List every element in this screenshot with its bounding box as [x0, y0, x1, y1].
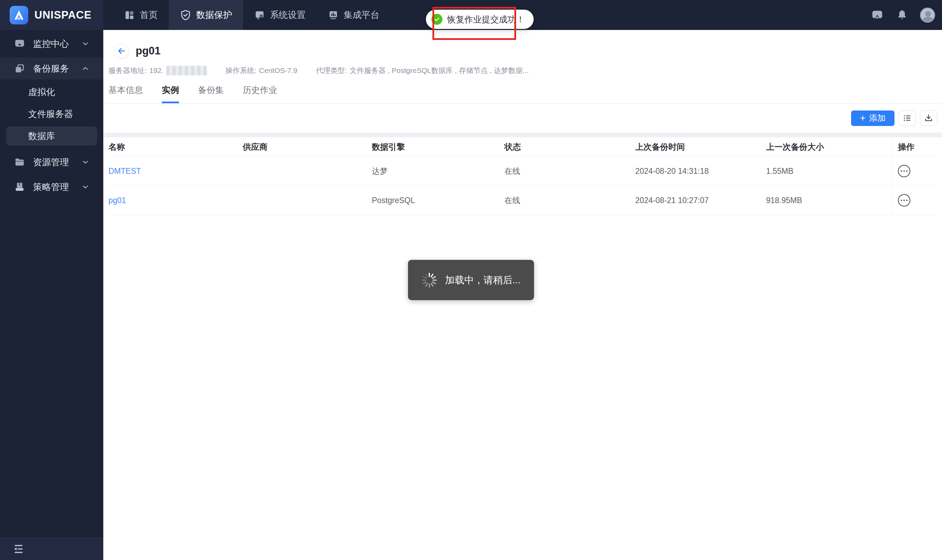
toast-message: 恢复作业提交成功！: [447, 14, 525, 25]
dot: [904, 200, 905, 202]
sidebar-subitem-virtualization[interactable]: 虚拟化: [0, 82, 103, 102]
plus-icon: +: [860, 113, 865, 123]
unispace-logo-icon: [10, 6, 28, 25]
user-avatar[interactable]: [920, 8, 935, 23]
server-address-label: 服务器地址:: [108, 66, 147, 75]
tab-backup-sets[interactable]: 备份集: [198, 84, 224, 103]
cell-engine: 达梦: [372, 157, 504, 186]
sidebar-subitem-file-server[interactable]: 文件服务器: [0, 104, 103, 123]
main-nav: 首页 数据保护 系统设置: [113, 0, 391, 30]
col-header-engine: 数据引擎: [372, 137, 504, 156]
shield-check-icon: [180, 9, 191, 21]
back-button[interactable]: [114, 44, 129, 58]
home-icon: [124, 10, 135, 21]
add-button-label: 添加: [869, 112, 885, 123]
dot: [901, 170, 902, 172]
sidebar: 监控中心 备份服务 虚拟化 文件服务器 数据库: [0, 30, 103, 560]
avatar-head: [925, 11, 931, 17]
sidebar-subitem-database[interactable]: 数据库: [6, 126, 97, 146]
messages-button[interactable]: [870, 8, 884, 22]
col-header-last-backup-time: 上次备份时间: [635, 137, 766, 156]
add-button[interactable]: + 添加: [851, 111, 894, 126]
row-operations-button[interactable]: [898, 194, 910, 206]
dot: [904, 170, 905, 172]
sidebar-item-label: 备份服务: [33, 63, 69, 75]
col-header-name: 名称: [108, 137, 243, 156]
table-row: DMTEST 达梦 在线 2024-08-20 14:31:18 1.55MB: [108, 157, 937, 186]
policy-book-icon: [14, 181, 26, 193]
nav-item-home[interactable]: 首页: [113, 0, 169, 30]
os-value: CentOS-7.9: [259, 66, 297, 75]
page-header: pg01 服务器地址: 192. 操作系统: CentOS-7.9 代理类型: …: [103, 30, 942, 75]
server-info-row: 服务器地址: 192. 操作系统: CentOS-7.9 代理类型: 文件服务器…: [108, 66, 942, 75]
chevron-down-icon: [81, 183, 89, 191]
instance-link[interactable]: DMTEST: [108, 166, 141, 176]
cell-status: 在线: [504, 157, 635, 186]
sidebar-subitem-label: 文件服务器: [28, 108, 73, 120]
sidebar-item-backup-services[interactable]: 备份服务: [0, 57, 103, 80]
chevron-down-icon: [81, 40, 89, 48]
sidebar-item-label: 策略管理: [33, 181, 69, 193]
logo-area: UNISPACE: [0, 0, 103, 30]
dot: [901, 200, 902, 202]
chat-bubble-icon: [871, 9, 884, 22]
monitoring-icon: [14, 38, 26, 49]
sidebar-menu: 监控中心 备份服务 虚拟化 文件服务器 数据库: [0, 30, 103, 198]
chevron-up-icon: [81, 65, 89, 72]
table-row: pg01 PostgreSQL 在线 2024-08-21 10:27:07 9…: [108, 186, 937, 215]
row-operations-button[interactable]: [898, 165, 910, 177]
nav-item-label: 数据保护: [196, 9, 232, 21]
tab-instances[interactable]: 实例: [162, 84, 179, 103]
sidebar-item-policy-management[interactable]: 策略管理: [0, 176, 103, 198]
avatar-body: [922, 17, 934, 23]
server-address-value: 192.: [149, 66, 163, 75]
back-arrow-icon: [117, 46, 126, 55]
cell-engine: PostgreSQL: [372, 186, 504, 215]
cell-last-backup-size: 918.95MB: [766, 186, 891, 215]
sidebar-collapse-button[interactable]: [0, 537, 103, 560]
list-icon: [902, 113, 912, 123]
bell-icon: [896, 9, 908, 22]
table-toolbar: + 添加: [103, 104, 942, 132]
nav-item-data-protection[interactable]: 数据保护: [169, 0, 243, 30]
cell-status: 在线: [504, 186, 635, 215]
loading-spinner-icon: [422, 272, 437, 288]
dot: [906, 200, 908, 202]
tab-history-jobs[interactable]: 历史作业: [243, 84, 277, 103]
download-icon: [924, 113, 933, 123]
cell-last-backup-time: 2024-08-21 10:27:07: [635, 186, 766, 215]
cell-last-backup-time: 2024-08-20 14:31:18: [635, 157, 766, 186]
nav-item-system-settings[interactable]: 系统设置: [243, 0, 317, 30]
success-check-icon: [431, 14, 442, 25]
dot: [906, 170, 908, 172]
column-settings-button[interactable]: [899, 111, 916, 126]
nav-item-label: 首页: [140, 9, 158, 21]
export-button[interactable]: [920, 111, 937, 126]
notifications-button[interactable]: [895, 8, 909, 22]
instances-table: 名称 供应商 数据引擎 状态 上次备份时间 上一次备份大小 操作 DMTEST …: [108, 137, 937, 215]
instance-link[interactable]: pg01: [108, 196, 126, 205]
col-header-status: 状态: [504, 137, 635, 156]
nav-item-label: 系统设置: [270, 9, 306, 21]
col-header-vendor: 供应商: [243, 137, 372, 156]
sidebar-item-monitoring-center[interactable]: 监控中心: [0, 33, 103, 55]
section-divider: [103, 132, 942, 137]
sidebar-subitem-label: 数据库: [28, 130, 55, 142]
table-header-row: 名称 供应商 数据引擎 状态 上次备份时间 上一次备份大小 操作: [108, 137, 937, 157]
cell-last-backup-size: 1.55MB: [766, 157, 891, 186]
detail-tabs: 基本信息 实例 备份集 历史作业: [103, 84, 942, 104]
folder-icon: [14, 156, 26, 168]
censored-ip-mosaic: [166, 66, 207, 75]
integration-platform-icon: [328, 10, 339, 21]
agent-type-value: 文件服务器 , PostgreSQL数据库 , 存储节点 , 达梦数据...: [349, 66, 528, 75]
tab-basic-info[interactable]: 基本信息: [108, 84, 143, 103]
col-header-operations: 操作: [891, 137, 937, 156]
nav-item-integration[interactable]: 集成平台: [317, 0, 391, 30]
brand-name: UNISPACE: [34, 9, 92, 22]
collapse-sidebar-icon: [12, 542, 26, 556]
sidebar-item-resource-management[interactable]: 资源管理: [0, 151, 103, 173]
os-label: 操作系统:: [226, 66, 257, 75]
sidebar-item-label: 资源管理: [33, 156, 69, 168]
loading-overlay: 加载中，请稍后...: [408, 260, 534, 300]
chevron-down-icon: [81, 158, 89, 166]
